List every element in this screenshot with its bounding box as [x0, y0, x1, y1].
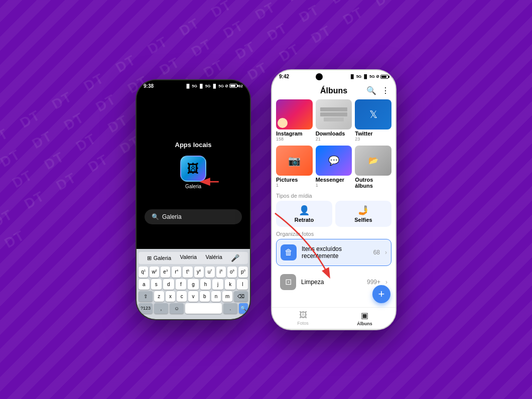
album-downloads[interactable]: Downloads 21 [316, 99, 352, 142]
organize-item-deleted[interactable]: 🗑 Itens excluídos recentemente 68 › [276, 239, 391, 266]
bottom-nav: 🖼 Fotos ▣ Álbuns [272, 307, 395, 328]
key-e[interactable]: e3 [161, 267, 170, 277]
fotos-label: Fotos [297, 321, 309, 326]
status-bar-light: 9:42 ▐▌ 5G ▐▌ 5G ⊘ [272, 70, 395, 82]
section-media-header: Tipos de mídia [276, 193, 391, 199]
album-count-twitter: 23 [355, 137, 391, 142]
camera-cutout [316, 73, 323, 80]
album-instagram[interactable]: Instagram 158 [276, 99, 313, 142]
galeria-app-label: Galeria [185, 184, 201, 189]
battery-icon [229, 84, 237, 88]
face-thumb [278, 118, 288, 128]
doc-line-3 [324, 117, 344, 121]
key-backspace[interactable]: ⌫ [234, 291, 248, 302]
phone-search: 9:38 ▐▌ 5G ▐▌ 5G ▐▌ 5G ⊘ 82 Apps locais … [136, 79, 251, 320]
deleted-count: 68 [373, 249, 380, 256]
retrato-icon: 👤 [299, 205, 310, 216]
album-count-messenger: 1 [316, 183, 352, 188]
key-r[interactable]: r4 [172, 267, 181, 277]
key-shift[interactable]: ⇧ [139, 291, 153, 302]
key-space[interactable] [185, 303, 222, 314]
key-period[interactable]: . [223, 303, 237, 314]
retrato-label: Retrato [295, 217, 314, 223]
key-comma[interactable]: , [154, 303, 168, 314]
battery-percent: 82 [238, 84, 243, 88]
limpeza-icon-box: ⊡ [280, 274, 296, 290]
twitter-logo: 𝕏 [369, 108, 377, 120]
suggestion-galeria[interactable]: Galeria [154, 255, 171, 261]
limpeza-chevron: › [385, 279, 387, 286]
key-p[interactable]: p0 [238, 267, 248, 277]
suggestion-valeria2[interactable]: Valéria [205, 254, 222, 262]
fab-button[interactable]: + [372, 285, 390, 303]
mic-icon[interactable]: 🎤 [231, 254, 239, 262]
deleted-icon-box: 🗑 [281, 244, 297, 260]
key-n[interactable]: n [211, 291, 221, 302]
key-h[interactable]: h [200, 279, 211, 290]
keyboard-row-3: ⇧ z x c v b n m ⌫ [139, 291, 248, 302]
key-b[interactable]: b [200, 291, 210, 302]
album-twitter[interactable]: 𝕏 Twitter 23 [355, 99, 391, 142]
key-a[interactable]: a [139, 279, 150, 290]
albuns-label: Álbuns [357, 321, 372, 326]
key-o[interactable]: o9 [227, 267, 237, 277]
key-emoji[interactable]: ☺ [170, 303, 184, 314]
key-y[interactable]: y6 [194, 267, 204, 277]
album-name-instagram: Instagram [276, 130, 313, 137]
more-button[interactable]: ⋮ [381, 86, 389, 95]
phone-gallery: 9:42 ▐▌ 5G ▐▌ 5G ⊘ Álbuns 🔍 ⋮ [271, 69, 396, 330]
key-w[interactable]: w2 [150, 267, 159, 277]
key-search[interactable]: 🔍 [239, 303, 248, 314]
key-i[interactable]: i8 [216, 267, 226, 277]
key-u[interactable]: u7 [205, 267, 215, 277]
key-v[interactable]: v [188, 291, 198, 302]
key-d[interactable]: d [163, 279, 174, 290]
album-messenger[interactable]: 💬 Messenger 1 [316, 146, 352, 189]
doc-line-1 [320, 107, 347, 111]
doc-line-2 [320, 112, 347, 116]
galeria-icon[interactable]: 🖼 [180, 156, 206, 182]
key-l[interactable]: l [237, 279, 248, 290]
key-t[interactable]: t5 [183, 267, 192, 277]
key-q[interactable]: q1 [139, 267, 148, 277]
key-c[interactable]: c [177, 291, 187, 302]
key-f[interactable]: f [176, 279, 187, 290]
time-display-2: 9:42 [279, 74, 289, 79]
key-z[interactable]: z [154, 291, 164, 302]
keyboard-suggestions: ⊞ Galeria Valeria Valéria 🎤 [139, 252, 248, 264]
time-display: 9:38 [144, 83, 154, 89]
album-pictures[interactable]: 📷 Pictures 1 [276, 146, 313, 189]
gallery-header: Álbuns 🔍 ⋮ [272, 82, 395, 99]
key-g[interactable]: g [188, 279, 199, 290]
media-type-selfies[interactable]: 🤳 Selfies [335, 201, 391, 227]
gallery-actions: 🔍 ⋮ [366, 86, 389, 95]
galeria-app-item[interactable]: 🖼 Galeria [180, 156, 206, 189]
album-thumb-pictures: 📷 [276, 146, 313, 176]
album-thumb-messenger: 💬 [316, 146, 352, 176]
album-name-twitter: Twitter [355, 130, 391, 137]
nav-albuns[interactable]: ▣ Álbuns [334, 311, 395, 326]
search-icon: 🔍 [152, 213, 159, 220]
key-j[interactable]: j [212, 279, 223, 290]
key-s[interactable]: s [151, 279, 162, 290]
album-thumb-twitter: 𝕏 [355, 99, 391, 129]
media-type-retrato[interactable]: 👤 Retrato [276, 201, 332, 227]
key-num[interactable]: ?123 [139, 303, 153, 314]
album-outros[interactable]: 📂 Outros álbuns [355, 146, 391, 189]
key-k[interactable]: k [225, 279, 236, 290]
search-button[interactable]: 🔍 [366, 86, 376, 95]
nav-fotos[interactable]: 🖼 Fotos [272, 311, 334, 326]
fotos-icon: 🖼 [299, 311, 307, 320]
selfies-label: Selfies [354, 217, 372, 223]
keyboard: ⊞ Galeria Valeria Valéria 🎤 q1 w2 e3 r4 … [137, 249, 250, 319]
album-thumb-instagram [276, 99, 313, 129]
album-thumb-downloads [316, 99, 352, 129]
keyboard-row-4: ?123 , ☺ . 🔍 [139, 303, 248, 314]
key-m[interactable]: m [222, 291, 232, 302]
suggestion-valeria[interactable]: Valeria [180, 254, 197, 262]
signal-icons: ▐▌ 5G ▐▌ 5G ▐▌ 5G ⊘ [185, 84, 228, 88]
key-x[interactable]: x [166, 291, 176, 302]
search-bar[interactable]: 🔍 Galeria [145, 209, 242, 224]
album-count-pictures: 1 [276, 183, 313, 188]
deleted-label: Itens excluídos recentemente [302, 245, 368, 259]
